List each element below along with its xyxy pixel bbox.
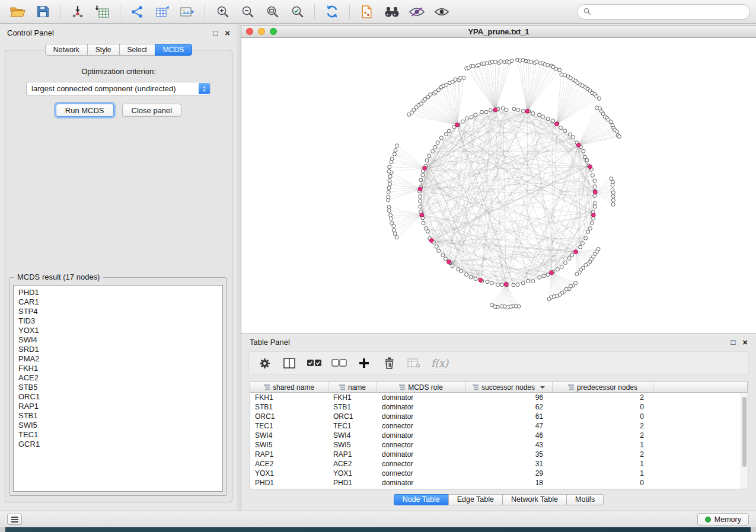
close-window-button[interactable] xyxy=(246,28,253,35)
new-network-button[interactable] xyxy=(126,2,149,21)
mcds-result-item[interactable]: PMA2 xyxy=(18,354,222,364)
mcds-result-item[interactable]: CAR1 xyxy=(18,297,222,307)
mcds-result-item[interactable]: TID3 xyxy=(18,316,222,326)
mcds-result-item[interactable]: SRD1 xyxy=(18,345,222,354)
network-graph-svg xyxy=(241,38,755,334)
hide-button[interactable] xyxy=(405,2,429,21)
zoom-fit-button[interactable] xyxy=(260,2,284,21)
mcds-result-item[interactable]: YOX1 xyxy=(18,326,222,335)
import-table-icon xyxy=(95,5,110,18)
control-panel-tabs: Network Style Select MCDS xyxy=(0,44,237,56)
table-cell-predecessors: 1 xyxy=(553,460,653,468)
mcds-result-item[interactable]: STB5 xyxy=(18,383,222,392)
import-network-button[interactable] xyxy=(66,2,90,21)
document-share-icon xyxy=(361,5,373,18)
close-panel-button[interactable]: × xyxy=(225,29,230,37)
table-row[interactable]: STB1STB1dominator620 xyxy=(250,402,748,412)
network-window-titlebar: YPA_prune.txt_1 xyxy=(241,25,756,38)
table-disabled-icon xyxy=(407,358,420,368)
window-corner xyxy=(751,527,756,532)
memory-button[interactable]: Memory xyxy=(697,513,749,525)
tab-mcds[interactable]: MCDS xyxy=(155,44,192,56)
mcds-result-item[interactable]: ORC1 xyxy=(18,392,222,402)
tab-edge-table[interactable]: Edge Table xyxy=(448,494,503,505)
column-header-shared-name[interactable]: shared name xyxy=(250,382,328,392)
mcds-result-item[interactable]: RAP1 xyxy=(18,402,222,411)
mcds-result-item[interactable]: SWI5 xyxy=(18,421,222,430)
zoom-selected-button[interactable] xyxy=(285,2,309,21)
tab-motifs[interactable]: Motifs xyxy=(566,494,604,505)
float-table-panel-button[interactable]: □ xyxy=(731,338,735,346)
mcds-result-item[interactable]: SWI4 xyxy=(18,335,222,345)
run-mcds-button[interactable]: Run MCDS xyxy=(56,104,114,117)
column-header-label: shared name xyxy=(273,383,314,392)
criterion-select[interactable]: largest connected component (undirected)… xyxy=(26,82,211,95)
close-table-panel-button[interactable]: × xyxy=(742,338,748,346)
table-row[interactable]: ACE2ACE2connector311 xyxy=(250,459,748,469)
open-folder-icon xyxy=(10,6,25,18)
table-scrollbar-thumb[interactable] xyxy=(742,397,747,467)
network-canvas[interactable] xyxy=(241,38,756,334)
table-row[interactable]: TEC1TEC1connector472 xyxy=(250,421,748,431)
open-session-button[interactable] xyxy=(6,2,30,21)
tab-select[interactable]: Select xyxy=(119,44,155,56)
mcds-result-item[interactable]: TEC1 xyxy=(18,430,222,440)
table-row[interactable]: PHD1PHD1dominator180 xyxy=(250,478,748,488)
column-header-label: MCDS role xyxy=(408,383,443,392)
delete-column-button[interactable] xyxy=(379,354,398,373)
table-row[interactable]: RAP1RAP1dominator352 xyxy=(250,450,748,459)
deselect-all-icon xyxy=(331,359,347,367)
mcds-result-item[interactable]: FKH1 xyxy=(18,364,222,373)
save-icon xyxy=(37,5,49,18)
zoom-out-icon xyxy=(241,5,254,18)
zoom-in-button[interactable] xyxy=(210,2,234,21)
zoom-out-button[interactable] xyxy=(235,2,259,21)
column-header-name[interactable]: name xyxy=(328,382,377,392)
column-header-successor-nodes[interactable]: successor nodes xyxy=(465,382,553,392)
select-all-rows-button[interactable] xyxy=(305,354,324,373)
float-panel-button[interactable]: □ xyxy=(213,29,218,37)
table-row[interactable]: FKH1FKH1dominator962 xyxy=(250,393,748,402)
table-row[interactable]: YOX1YOX1connector291 xyxy=(250,469,748,478)
new-table-button[interactable] xyxy=(151,2,174,21)
minimize-window-button[interactable] xyxy=(258,28,265,35)
table-cell-name: STB1 xyxy=(328,403,377,411)
table-settings-button[interactable] xyxy=(255,354,274,373)
tab-style[interactable]: Style xyxy=(87,44,120,56)
mcds-result-list[interactable]: PHD1CAR1STP4TID3YOX1SWI4SRD1PMA2FKH1ACE2… xyxy=(13,285,223,492)
show-columns-button[interactable] xyxy=(280,354,299,373)
control-panel-title: Control Panel xyxy=(7,28,54,37)
table-row[interactable]: SWI5SWI5connector431 xyxy=(250,440,748,450)
table-cell-role: connector xyxy=(377,441,465,449)
tab-node-table[interactable]: Node Table xyxy=(394,494,449,505)
tab-network-table[interactable]: Network Table xyxy=(502,494,567,505)
add-column-button[interactable] xyxy=(355,354,374,373)
show-button[interactable] xyxy=(430,2,454,21)
save-session-button[interactable] xyxy=(31,2,55,21)
close-panel-action-button[interactable]: Close panel xyxy=(122,104,182,117)
sort-descending-icon xyxy=(540,386,545,391)
column-header-predecessor-nodes[interactable]: predecessor nodes xyxy=(553,382,653,392)
find-button[interactable] xyxy=(380,2,404,21)
mcds-result-item[interactable]: STB1 xyxy=(18,411,222,421)
tab-network[interactable]: Network xyxy=(45,44,88,56)
copy-style-button[interactable] xyxy=(355,2,379,21)
mcds-result-item[interactable]: ACE2 xyxy=(18,373,222,383)
mcds-result-item[interactable]: PHD1 xyxy=(18,288,222,297)
rename-column-button[interactable] xyxy=(404,354,423,373)
table-row[interactable]: SWI4SWI4dominator462 xyxy=(250,431,748,440)
column-header-mcds-role[interactable]: MCDS role xyxy=(377,382,465,392)
table-row[interactable]: ORC1ORC1dominator610 xyxy=(250,412,748,421)
import-table-button[interactable] xyxy=(91,2,114,21)
refresh-icon xyxy=(325,5,339,18)
table-scrollbar[interactable] xyxy=(741,393,748,489)
export-image-button[interactable] xyxy=(176,2,199,21)
panel-menu-button[interactable] xyxy=(7,514,22,525)
function-builder-button[interactable]: f(x) xyxy=(429,354,450,373)
deselect-all-rows-button[interactable] xyxy=(330,354,349,373)
refresh-button[interactable] xyxy=(320,2,344,21)
zoom-window-button[interactable] xyxy=(270,28,277,35)
mcds-result-item[interactable]: STP4 xyxy=(18,307,222,316)
mcds-result-item[interactable]: GCR1 xyxy=(18,440,222,449)
search-input[interactable] xyxy=(595,7,744,16)
